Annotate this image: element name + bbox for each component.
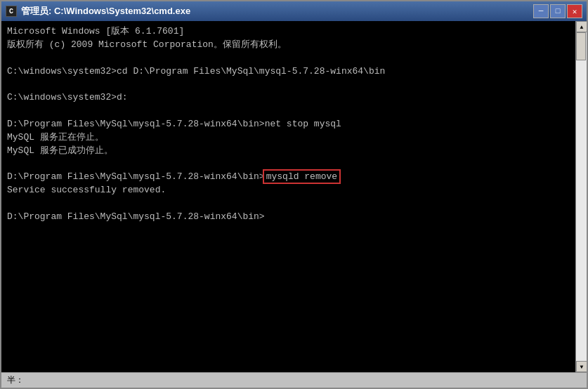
scrollbar[interactable]: ▲ ▼ (575, 21, 587, 372)
scroll-thumb[interactable] (576, 32, 586, 60)
window-title: 管理员: C:\Windows\System32\cmd.exe (21, 5, 533, 18)
cmd-window: C 管理员: C:\Windows\System32\cmd.exe ─ □ ✕… (0, 0, 588, 389)
highlighted-command: mysqld remove (265, 171, 339, 182)
terminal-line-2: 版权所有 (c) 2009 Microsoft Corporation。保留所有… (7, 39, 570, 52)
terminal-line-1: Microsoft Windows [版本 6.1.7601] (7, 25, 570, 39)
terminal-line-15: D:\Program Files\MySql\mysql-5.7.28-winx… (7, 211, 570, 224)
content-area: Microsoft Windows [版本 6.1.7601] 版权所有 (c)… (1, 21, 587, 372)
scroll-up-button[interactable]: ▲ (576, 21, 587, 32)
terminal-line-4: C:\windows\system32>cd D:\Program Files\… (7, 65, 570, 79)
terminal-line-8: D:\Program Files\MySql\mysql-5.7.28-winx… (7, 118, 570, 131)
terminal-line-14 (7, 197, 570, 211)
terminal-line-12: D:\Program Files\MySql\mysql-5.7.28-winx… (7, 171, 570, 184)
maximize-button[interactable]: □ (550, 4, 566, 18)
window-controls: ─ □ ✕ (533, 4, 582, 18)
terminal-prompt-12: D:\Program Files\MySql\mysql-5.7.28-winx… (7, 171, 265, 182)
terminal-line-11 (7, 157, 570, 171)
status-text: 半： (7, 374, 24, 386)
terminal-line-3 (7, 52, 570, 65)
scroll-down-button[interactable]: ▼ (576, 361, 587, 372)
window-icon: C (6, 6, 17, 17)
terminal-line-6: C:\windows\system32>d: (7, 91, 570, 105)
terminal-line-5 (7, 78, 570, 91)
minimize-button[interactable]: ─ (533, 4, 549, 18)
scroll-track[interactable] (576, 32, 587, 361)
terminal-line-10: MySQL 服务已成功停止。 (7, 145, 570, 158)
title-bar: C 管理员: C:\Windows\System32\cmd.exe ─ □ ✕ (1, 1, 587, 21)
terminal-output[interactable]: Microsoft Windows [版本 6.1.7601] 版权所有 (c)… (1, 21, 575, 372)
terminal-line-7 (7, 105, 570, 118)
terminal-line-9: MySQL 服务正在停止。 (7, 131, 570, 145)
terminal-line-13: Service successfully removed. (7, 184, 570, 197)
close-button[interactable]: ✕ (567, 4, 582, 18)
status-bar: 半： (1, 372, 587, 388)
